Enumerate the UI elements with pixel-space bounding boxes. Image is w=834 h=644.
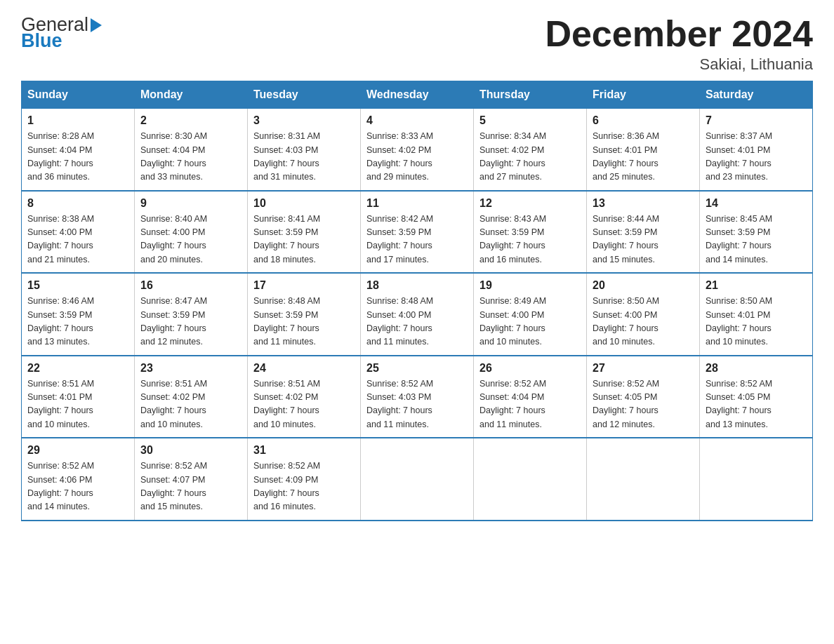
header-wednesday: Wednesday [361,81,474,109]
day-cell: 6Sunrise: 8:36 AM Sunset: 4:01 PM Daylig… [587,109,700,191]
header-friday: Friday [587,81,700,109]
day-cell: 21Sunrise: 8:50 AM Sunset: 4:01 PM Dayli… [700,273,813,356]
week-row-2: 8Sunrise: 8:38 AM Sunset: 4:00 PM Daylig… [22,191,813,274]
day-cell: 4Sunrise: 8:33 AM Sunset: 4:02 PM Daylig… [361,109,474,191]
day-cell: 15Sunrise: 8:46 AM Sunset: 3:59 PM Dayli… [22,273,135,356]
day-info: Sunrise: 8:47 AM Sunset: 3:59 PM Dayligh… [140,295,241,349]
day-number: 21 [706,279,807,292]
day-info: Sunrise: 8:33 AM Sunset: 4:02 PM Dayligh… [366,130,468,185]
page-header: General Blue December 2024 Sakiai, Lithu… [21,14,813,74]
day-cell: 7Sunrise: 8:37 AM Sunset: 4:01 PM Daylig… [700,109,813,191]
day-cell: 26Sunrise: 8:52 AM Sunset: 4:04 PM Dayli… [474,356,587,438]
day-number: 27 [593,362,694,375]
day-cell: 8Sunrise: 8:38 AM Sunset: 4:00 PM Daylig… [22,191,135,274]
day-info: Sunrise: 8:50 AM Sunset: 4:00 PM Dayligh… [593,295,694,349]
day-cell: 11Sunrise: 8:42 AM Sunset: 3:59 PM Dayli… [361,191,474,274]
day-cell: 17Sunrise: 8:48 AM Sunset: 3:59 PM Dayli… [248,273,361,356]
location: Sakiai, Lithuania [545,55,813,74]
day-cell [587,438,700,521]
day-cell: 5Sunrise: 8:34 AM Sunset: 4:02 PM Daylig… [474,109,587,191]
day-number: 19 [479,279,581,292]
day-cell: 16Sunrise: 8:47 AM Sunset: 3:59 PM Dayli… [135,273,248,356]
day-info: Sunrise: 8:34 AM Sunset: 4:02 PM Dayligh… [479,130,581,185]
day-number: 30 [140,444,241,457]
day-cell: 1Sunrise: 8:28 AM Sunset: 4:04 PM Daylig… [22,109,135,191]
day-info: Sunrise: 8:43 AM Sunset: 3:59 PM Dayligh… [479,213,581,267]
day-cell: 31Sunrise: 8:52 AM Sunset: 4:09 PM Dayli… [248,438,361,521]
day-number: 23 [140,362,241,375]
day-number: 28 [706,362,807,375]
day-number: 14 [706,197,807,210]
day-cell: 29Sunrise: 8:52 AM Sunset: 4:06 PM Dayli… [22,438,135,521]
day-info: Sunrise: 8:49 AM Sunset: 4:00 PM Dayligh… [479,295,581,349]
day-info: Sunrise: 8:52 AM Sunset: 4:05 PM Dayligh… [706,377,807,432]
day-info: Sunrise: 8:52 AM Sunset: 4:03 PM Dayligh… [366,377,468,432]
day-info: Sunrise: 8:46 AM Sunset: 3:59 PM Dayligh… [27,295,128,349]
week-row-5: 29Sunrise: 8:52 AM Sunset: 4:06 PM Dayli… [22,438,813,521]
header-thursday: Thursday [474,81,587,109]
day-number: 10 [253,197,355,210]
day-number: 25 [366,362,468,375]
day-info: Sunrise: 8:51 AM Sunset: 4:02 PM Dayligh… [140,377,241,432]
logo-blue-text: Blue [21,30,102,52]
day-info: Sunrise: 8:28 AM Sunset: 4:04 PM Dayligh… [27,130,128,185]
day-number: 26 [479,362,581,375]
week-row-3: 15Sunrise: 8:46 AM Sunset: 3:59 PM Dayli… [22,273,813,356]
title-section: December 2024 Sakiai, Lithuania [545,14,813,74]
day-cell: 23Sunrise: 8:51 AM Sunset: 4:02 PM Dayli… [135,356,248,438]
day-number: 6 [593,114,694,127]
header-monday: Monday [135,81,248,109]
day-info: Sunrise: 8:41 AM Sunset: 3:59 PM Dayligh… [253,213,355,267]
day-number: 20 [593,279,694,292]
calendar-header-row: SundayMondayTuesdayWednesdayThursdayFrid… [22,81,813,109]
day-number: 22 [27,362,128,375]
day-number: 16 [140,279,241,292]
day-info: Sunrise: 8:37 AM Sunset: 4:01 PM Dayligh… [706,130,807,185]
day-cell: 25Sunrise: 8:52 AM Sunset: 4:03 PM Dayli… [361,356,474,438]
day-number: 9 [140,197,241,210]
day-info: Sunrise: 8:44 AM Sunset: 3:59 PM Dayligh… [593,213,694,267]
day-info: Sunrise: 8:51 AM Sunset: 4:02 PM Dayligh… [253,377,355,432]
day-number: 13 [593,197,694,210]
day-number: 18 [366,279,468,292]
header-sunday: Sunday [22,81,135,109]
day-cell: 27Sunrise: 8:52 AM Sunset: 4:05 PM Dayli… [587,356,700,438]
day-info: Sunrise: 8:48 AM Sunset: 4:00 PM Dayligh… [366,295,468,349]
day-info: Sunrise: 8:52 AM Sunset: 4:06 PM Dayligh… [27,459,128,514]
month-title: December 2024 [545,14,813,54]
calendar-table: SundayMondayTuesdayWednesdayThursdayFrid… [21,81,813,521]
day-cell: 28Sunrise: 8:52 AM Sunset: 4:05 PM Dayli… [700,356,813,438]
day-number: 5 [479,114,581,127]
day-cell: 20Sunrise: 8:50 AM Sunset: 4:00 PM Dayli… [587,273,700,356]
header-tuesday: Tuesday [248,81,361,109]
day-cell: 3Sunrise: 8:31 AM Sunset: 4:03 PM Daylig… [248,109,361,191]
day-cell: 18Sunrise: 8:48 AM Sunset: 4:00 PM Dayli… [361,273,474,356]
day-number: 24 [253,362,355,375]
day-info: Sunrise: 8:36 AM Sunset: 4:01 PM Dayligh… [593,130,694,185]
day-number: 31 [253,444,355,457]
day-number: 11 [366,197,468,210]
day-number: 1 [27,114,128,127]
day-number: 3 [253,114,355,127]
day-info: Sunrise: 8:30 AM Sunset: 4:04 PM Dayligh… [140,130,241,185]
day-number: 4 [366,114,468,127]
day-cell: 12Sunrise: 8:43 AM Sunset: 3:59 PM Dayli… [474,191,587,274]
day-number: 8 [27,197,128,210]
day-cell: 2Sunrise: 8:30 AM Sunset: 4:04 PM Daylig… [135,109,248,191]
day-number: 7 [706,114,807,127]
day-info: Sunrise: 8:52 AM Sunset: 4:07 PM Dayligh… [140,459,241,514]
day-cell: 14Sunrise: 8:45 AM Sunset: 3:59 PM Dayli… [700,191,813,274]
day-cell: 24Sunrise: 8:51 AM Sunset: 4:02 PM Dayli… [248,356,361,438]
week-row-4: 22Sunrise: 8:51 AM Sunset: 4:01 PM Dayli… [22,356,813,438]
day-number: 15 [27,279,128,292]
day-info: Sunrise: 8:31 AM Sunset: 4:03 PM Dayligh… [253,130,355,185]
day-info: Sunrise: 8:52 AM Sunset: 4:04 PM Dayligh… [479,377,581,432]
day-info: Sunrise: 8:51 AM Sunset: 4:01 PM Dayligh… [27,377,128,432]
day-info: Sunrise: 8:50 AM Sunset: 4:01 PM Dayligh… [706,295,807,349]
day-cell: 22Sunrise: 8:51 AM Sunset: 4:01 PM Dayli… [22,356,135,438]
day-info: Sunrise: 8:38 AM Sunset: 4:00 PM Dayligh… [27,213,128,267]
day-number: 12 [479,197,581,210]
day-info: Sunrise: 8:45 AM Sunset: 3:59 PM Dayligh… [706,213,807,267]
day-cell [361,438,474,521]
day-number: 29 [27,444,128,457]
